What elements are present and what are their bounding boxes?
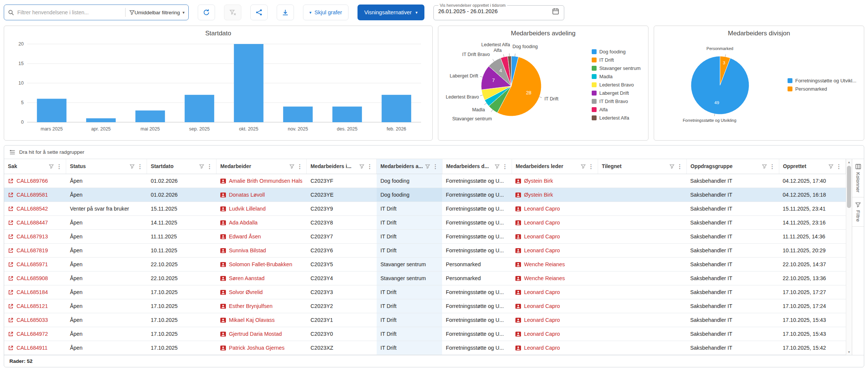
column-header-medarbeider_id[interactable]: Medarbeiders i...⋮ (307, 159, 377, 174)
open-in-new-icon[interactable] (8, 345, 14, 351)
scrollbar-track[interactable] (846, 165, 852, 349)
person-link[interactable]: Øystein Birk (524, 178, 553, 184)
person-link[interactable]: Patrick Joshua Gjernes (229, 345, 285, 351)
table-row[interactable]: CALL685971Åpen22.10.2025Solomon Fallet-B… (4, 258, 846, 271)
scroll-down-icon[interactable]: ▼ (846, 349, 852, 355)
person-link[interactable]: Leonard Capro (524, 234, 560, 240)
view-options-button[interactable]: Visningsalternativer ▾ (358, 5, 424, 20)
column-header-sak[interactable]: Sak⋮ (4, 159, 66, 174)
refresh-button[interactable] (198, 5, 215, 20)
person-link[interactable]: Ludvik Lilleland (229, 206, 266, 212)
sak-link[interactable]: CALL689766 (17, 178, 48, 184)
tab-kolonner[interactable]: Kolonner (852, 159, 864, 197)
column-filter-icon[interactable] (670, 164, 674, 169)
person-link[interactable]: Leonard Capro (524, 247, 560, 253)
table-row[interactable]: CALL687913Åpen11.11.2025Edward ÅsenC2023… (4, 230, 846, 244)
person-link[interactable]: Amalie Brith Ommundsen Hals (229, 178, 302, 184)
column-filter-icon[interactable] (49, 164, 54, 169)
column-menu-icon[interactable]: ⋮ (677, 163, 683, 170)
column-menu-icon[interactable]: ⋮ (207, 163, 212, 170)
open-in-new-icon[interactable] (8, 290, 14, 295)
column-filter-icon[interactable] (581, 164, 586, 169)
legend-item[interactable]: Ledertest Bravo (592, 82, 641, 88)
person-link[interactable]: Leonard Capro (524, 289, 560, 295)
sak-link[interactable]: CALL685908 (17, 275, 48, 281)
table-row[interactable]: CALL689581Åpen01.02.2026Donatas LøvollC2… (4, 188, 846, 202)
table-row[interactable]: CALL685184Åpen17.10.2025Solvor ØvrelidC2… (4, 285, 846, 299)
sak-link[interactable]: CALL688542 (17, 206, 48, 212)
sak-link[interactable]: CALL689581 (17, 192, 48, 198)
person-link[interactable]: Wenche Reianes (524, 275, 565, 281)
sak-link[interactable]: CALL687819 (17, 247, 48, 253)
legend-item[interactable]: Personmarked (788, 86, 856, 92)
open-in-new-icon[interactable] (8, 192, 14, 198)
legend-item[interactable]: Laberget Drift (592, 90, 641, 96)
person-link[interactable]: Edward Åsen (229, 234, 261, 240)
person-link[interactable]: Øystein Birk (524, 192, 553, 198)
column-filter-icon[interactable] (199, 164, 204, 169)
share-button[interactable] (250, 5, 268, 20)
sak-link[interactable]: CALL684911 (17, 345, 47, 351)
column-header-startdato[interactable]: Startdato⋮ (147, 159, 217, 174)
search-input[interactable] (17, 9, 121, 15)
person-link[interactable]: Solomon Fallet-Brubakken (229, 261, 292, 267)
clear-filter-button[interactable] (224, 5, 241, 20)
table-row[interactable]: CALL688542Venter på svar fra bruker15.11… (4, 202, 846, 216)
column-header-tilegnet[interactable]: Tilegnet⋮ (598, 159, 687, 174)
column-menu-icon[interactable]: ⋮ (367, 163, 373, 170)
column-menu-icon[interactable]: ⋮ (502, 163, 508, 170)
sak-link[interactable]: CALL685121 (17, 303, 48, 309)
column-menu-icon[interactable]: ⋮ (137, 163, 143, 170)
legend-item[interactable]: Madla (592, 74, 641, 79)
person-link[interactable]: Leonard Capro (524, 317, 560, 323)
table-row[interactable]: CALL685033Åpen17.10.2025Mikael Kaj Olava… (4, 313, 846, 327)
table-row[interactable]: CALL685121Åpen17.10.2025Esther Brynjulfs… (4, 299, 846, 313)
table-row[interactable]: CALL689766Åpen01.02.2026Amalie Brith Omm… (4, 174, 846, 188)
open-in-new-icon[interactable] (8, 331, 14, 337)
person-link[interactable]: Leonard Capro (524, 220, 560, 226)
column-menu-icon[interactable]: ⋮ (297, 163, 303, 170)
person-link[interactable]: Leonard Capro (524, 331, 560, 337)
legend-item[interactable]: Dog fooding (592, 49, 641, 55)
column-header-status[interactable]: Status⋮ (66, 159, 147, 174)
person-link[interactable]: Ada Abdalla (229, 220, 258, 226)
open-in-new-icon[interactable] (8, 234, 14, 240)
open-in-new-icon[interactable] (8, 178, 14, 184)
open-in-new-icon[interactable] (8, 220, 14, 226)
column-menu-icon[interactable]: ⋮ (770, 163, 775, 170)
tab-filtre[interactable]: Filtre (852, 197, 864, 227)
filter-mode-select[interactable]: Umiddelbar filtrering ▾ (135, 10, 185, 15)
vertical-scrollbar[interactable]: ▲ ▼ (846, 159, 852, 355)
download-button[interactable] (277, 5, 294, 20)
column-menu-icon[interactable]: ⋮ (56, 163, 62, 170)
legend-item[interactable]: Alfa (592, 107, 641, 112)
person-link[interactable]: Leonard Capro (524, 206, 560, 212)
person-link[interactable]: Wenche Reianes (524, 261, 565, 267)
column-menu-icon[interactable]: ⋮ (836, 163, 842, 170)
legend-item[interactable]: Stavanger sentrum (592, 65, 641, 71)
column-header-opprettet[interactable]: Opprettet⋮ (779, 159, 846, 174)
column-menu-icon[interactable]: ⋮ (433, 163, 438, 170)
legend-item[interactable]: IT Drift Bravo (592, 99, 641, 104)
column-header-medarbeider[interactable]: Medarbeider⋮ (217, 159, 307, 174)
calendar-icon[interactable] (552, 8, 559, 15)
person-link[interactable]: Leonard Capro (524, 345, 560, 351)
table-row[interactable]: CALL688447Åpen14.11.2025Ada AbdallaC2023… (4, 216, 846, 230)
column-filter-icon[interactable] (829, 164, 833, 169)
legend-item[interactable]: Ledertest Alfa (592, 115, 641, 121)
sak-link[interactable]: CALL685033 (17, 317, 48, 323)
open-in-new-icon[interactable] (8, 248, 14, 253)
column-filter-icon[interactable] (425, 164, 430, 169)
column-header-divisjon[interactable]: Medarbeiders d...⋮ (442, 159, 512, 174)
person-link[interactable]: Esther Brynjulfsen (229, 303, 273, 309)
sak-link[interactable]: CALL688447 (17, 220, 48, 226)
open-in-new-icon[interactable] (8, 276, 14, 281)
table-row[interactable]: CALL685908Åpen22.10.2025Søren AanstadC20… (4, 271, 846, 285)
sak-link[interactable]: CALL685184 (17, 289, 48, 295)
open-in-new-icon[interactable] (8, 303, 14, 309)
scrollbar-thumb[interactable] (847, 166, 851, 208)
date-range-field[interactable]: Vis henvendelser opprettet i tidsrom 26.… (433, 3, 564, 20)
person-link[interactable]: Gjertrud Daria Mostad (229, 331, 282, 337)
column-menu-icon[interactable]: ⋮ (588, 163, 594, 170)
open-in-new-icon[interactable] (8, 206, 14, 212)
